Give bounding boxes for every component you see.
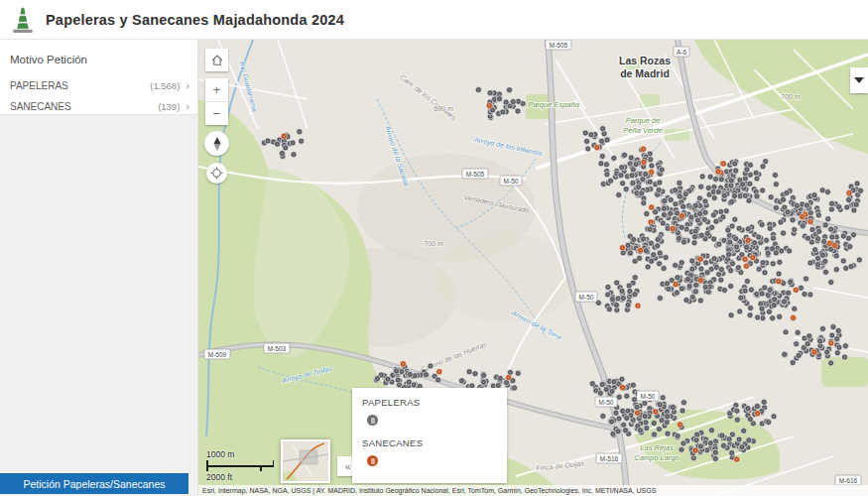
locate-icon <box>210 167 223 180</box>
sidebar-item-count: (139) <box>71 101 186 112</box>
svg-text:Campo Largo: Campo Largo <box>634 453 679 462</box>
svg-text:Las Rozas: Las Rozas <box>619 55 671 66</box>
map-container[interactable]: Las Rozasde MadridParque EspañaParque de… <box>198 40 868 496</box>
svg-text:M-50: M-50 <box>504 178 519 185</box>
peticion-button[interactable]: Petición Papeleras/Sanecanes <box>0 473 188 494</box>
traffic-cone-icon <box>10 6 36 34</box>
svg-text:Las Rejas: Las Rejas <box>640 443 674 452</box>
svg-text:M-505: M-505 <box>550 42 568 49</box>
compass-icon <box>210 136 224 152</box>
sidebar-item-count: (1.568) <box>68 80 186 91</box>
svg-text:M-50: M-50 <box>599 399 614 406</box>
svg-text:700 m: 700 m <box>781 93 801 100</box>
scalebar-bars <box>206 460 286 471</box>
home-icon <box>210 54 224 67</box>
home-extent-button[interactable] <box>205 49 228 71</box>
svg-text:M-50: M-50 <box>641 393 656 400</box>
chevron-right-icon: › <box>186 101 189 112</box>
svg-text:Parque España: Parque España <box>528 100 579 109</box>
sidebar: Motivo Petición PAPELERAS (1.568) › SANE… <box>0 40 198 496</box>
legend-panel: PAPELERAS SANECANES <box>352 388 507 483</box>
svg-text:Parque de: Parque de <box>626 116 661 125</box>
compass-button[interactable] <box>204 131 229 156</box>
app-header: Papeleras y Sanecanes Majadahonda 2024 <box>0 0 868 40</box>
map-attribution: Esri, Intermap, NASA, NGA, USGS | AY. MA… <box>198 485 868 496</box>
sidebar-item-label: PAPELERAS <box>10 80 68 91</box>
svg-text:M-50: M-50 <box>579 294 594 301</box>
svg-text:M-505: M-505 <box>466 171 485 178</box>
overview-map-image <box>283 441 328 481</box>
scalebar-metric-label: 1000 m <box>206 449 286 459</box>
zoom-out-button[interactable]: − <box>205 102 228 125</box>
overview-map[interactable] <box>281 439 330 483</box>
collapse-arrow-icon <box>854 77 864 83</box>
scalebar: 1000 m 2000 ft <box>206 449 286 482</box>
zoom-in-button[interactable]: + <box>205 78 228 101</box>
sidebar-empty-panel <box>0 114 197 496</box>
sidebar-heading: Motivo Petición <box>0 40 197 75</box>
svg-text:M-616: M-616 <box>839 477 858 484</box>
svg-text:Peña Verde: Peña Verde <box>623 126 662 135</box>
svg-text:700 m: 700 m <box>424 240 443 247</box>
svg-text:M-503: M-503 <box>268 345 287 352</box>
sidebar-item-label: SANECANES <box>10 101 71 112</box>
chevron-right-icon: › <box>186 80 189 91</box>
zoom-control: + − <box>205 78 228 125</box>
panel-toggle-button[interactable] <box>850 67 868 93</box>
svg-text:600 m: 600 m <box>434 105 453 112</box>
page-title: Papeleras y Sanecanes Majadahonda 2024 <box>46 12 344 28</box>
svg-text:M-516: M-516 <box>600 455 619 462</box>
legend-label-papeleras: PAPELERAS <box>362 397 497 408</box>
locate-button[interactable] <box>206 163 227 184</box>
papeleras-symbol-icon <box>367 415 378 426</box>
legend-label-sanecanes: SANECANES <box>362 437 497 448</box>
svg-text:M-509: M-509 <box>208 351 227 358</box>
basemap[interactable]: Las Rozasde MadridParque EspañaParque de… <box>198 40 868 496</box>
svg-text:de Madrid: de Madrid <box>620 67 670 79</box>
app-window: Papeleras y Sanecanes Majadahonda 2024 M… <box>0 0 868 496</box>
sanecanes-symbol-icon <box>367 455 378 466</box>
sidebar-item-papeleras[interactable]: PAPELERAS (1.568) › <box>0 75 197 96</box>
svg-text:A-6: A-6 <box>677 49 687 56</box>
scalebar-imperial-label: 2000 ft <box>206 472 286 482</box>
